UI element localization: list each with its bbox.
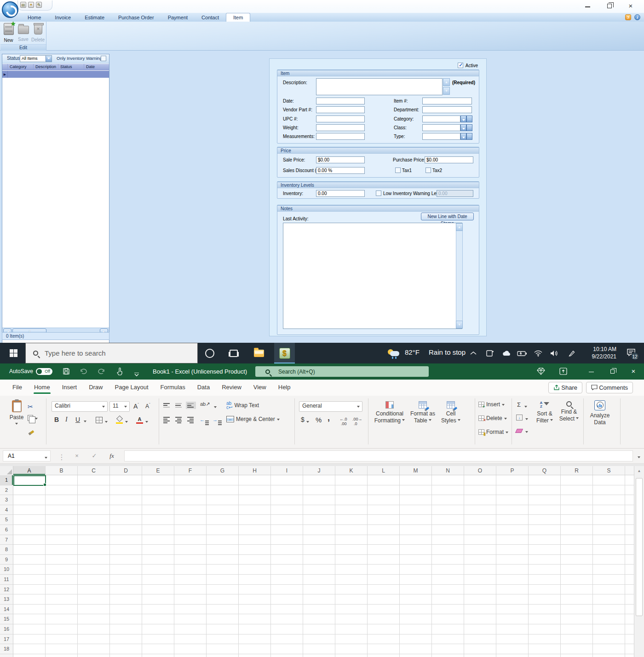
confirm-entry-icon[interactable]: ✓ bbox=[87, 450, 101, 461]
name-box-input[interactable] bbox=[3, 451, 35, 459]
inventoria-taskbar-button[interactable]: $ bbox=[274, 343, 295, 363]
weather-icon[interactable] bbox=[385, 343, 402, 363]
spin-up-icon[interactable]: ▲ bbox=[443, 78, 450, 86]
tax2-checkbox[interactable] bbox=[426, 167, 431, 173]
formula-bar-expand-icon[interactable] bbox=[638, 456, 640, 460]
format-as-table-button[interactable]: Format as Table bbox=[408, 401, 437, 424]
field-measurements[interactable] bbox=[316, 133, 365, 140]
comments-button[interactable]: Comments bbox=[586, 382, 633, 393]
fill-dropdown-icon[interactable] bbox=[525, 418, 528, 421]
info-icon[interactable]: i bbox=[634, 14, 640, 20]
premium-diamond-icon[interactable] bbox=[537, 368, 545, 377]
tablet-mode-icon[interactable] bbox=[482, 343, 498, 363]
help-icon[interactable]: ? bbox=[625, 14, 631, 20]
increase-indent-icon[interactable]: → bbox=[213, 417, 222, 425]
last-activity-textarea[interactable] bbox=[283, 223, 462, 329]
name-box-dropdown-icon[interactable] bbox=[45, 457, 47, 460]
select-all-corner[interactable] bbox=[0, 466, 13, 475]
column-header-p[interactable]: P bbox=[496, 466, 529, 475]
orientation-dropdown-icon[interactable] bbox=[214, 406, 217, 409]
decrease-indent-icon[interactable]: ← bbox=[200, 417, 209, 425]
field-weight[interactable] bbox=[316, 124, 365, 131]
number-format-combo[interactable]: General bbox=[299, 401, 362, 412]
sheet-scroll-thumb[interactable] bbox=[636, 478, 643, 616]
sort-filter-button[interactable]: AZ Sort & Filter bbox=[533, 401, 557, 424]
column-header-k[interactable]: K bbox=[335, 466, 368, 475]
save-button[interactable] bbox=[63, 368, 70, 377]
column-header-j[interactable]: J bbox=[303, 466, 335, 475]
percent-icon[interactable]: % bbox=[316, 416, 322, 424]
notes-scroll-up-icon[interactable]: ▲ bbox=[456, 223, 463, 231]
excel-minimize-button[interactable] bbox=[581, 363, 602, 380]
row-header-1[interactable]: 1 bbox=[0, 475, 13, 485]
dropdown-arrow-icon[interactable] bbox=[46, 56, 52, 62]
column-header-a[interactable]: A bbox=[13, 466, 46, 475]
new-item-button[interactable]: ★ New bbox=[1, 23, 16, 44]
excel-tab-view[interactable]: View bbox=[247, 380, 272, 395]
underline-icon[interactable]: U bbox=[75, 416, 80, 423]
column-header-q[interactable]: Q bbox=[529, 466, 561, 475]
row-header-6[interactable]: 6 bbox=[0, 525, 13, 535]
format-painter-icon[interactable] bbox=[29, 429, 34, 435]
fill-color-icon[interactable] bbox=[116, 416, 123, 424]
underline-dropdown-icon[interactable] bbox=[84, 421, 86, 424]
status-filter-dropdown[interactable]: All Items bbox=[20, 55, 52, 62]
clear-icon[interactable] bbox=[516, 428, 522, 434]
battery-icon[interactable] bbox=[514, 343, 530, 363]
field-upc[interactable] bbox=[316, 115, 365, 122]
row-header-13[interactable]: 13 bbox=[0, 594, 13, 605]
preview-icon[interactable]: 🔍︎ bbox=[36, 2, 42, 8]
comma-style-icon[interactable]: , bbox=[328, 413, 330, 423]
paste-button[interactable]: Paste bbox=[7, 400, 26, 428]
column-header-m[interactable]: M bbox=[400, 466, 432, 475]
inv-tab-purchase-order[interactable]: Purchase Order bbox=[111, 13, 161, 22]
name-box[interactable] bbox=[3, 450, 51, 461]
combo-dropdown-icon[interactable] bbox=[460, 133, 466, 140]
inv-minimize-button[interactable] bbox=[577, 1, 598, 12]
wrap-text-button[interactable]: abc↩ Wrap Text bbox=[226, 401, 259, 409]
grow-font-icon[interactable]: Aˆ bbox=[133, 402, 139, 410]
row-header-16[interactable]: 16 bbox=[0, 624, 13, 634]
file-explorer-button[interactable] bbox=[248, 343, 269, 363]
combo-class[interactable] bbox=[422, 124, 460, 131]
formula-bar-grip-icon[interactable]: ⋮ bbox=[58, 453, 66, 461]
column-header-g[interactable]: G bbox=[207, 466, 239, 475]
wifi-icon[interactable] bbox=[530, 343, 546, 363]
excel-tab-review[interactable]: Review bbox=[216, 380, 247, 395]
redo-button[interactable] bbox=[98, 368, 106, 377]
tray-chevron-icon[interactable] bbox=[466, 343, 481, 363]
notes-scroll-down-icon[interactable]: ▼ bbox=[456, 321, 463, 328]
clear-dropdown-icon[interactable] bbox=[525, 431, 528, 434]
column-description[interactable]: Description bbox=[34, 64, 58, 70]
column-status[interactable]: Status bbox=[58, 64, 84, 70]
column-header-d[interactable]: D bbox=[110, 466, 142, 475]
active-cell-selection[interactable] bbox=[13, 475, 46, 486]
bottom-align-icon[interactable] bbox=[187, 403, 195, 408]
find-select-button[interactable]: Find & Select bbox=[558, 401, 581, 422]
column-header-f[interactable]: F bbox=[174, 466, 207, 475]
column-header-e[interactable]: E bbox=[142, 466, 174, 475]
sales-discount-field[interactable] bbox=[316, 167, 365, 174]
row-header-15[interactable]: 15 bbox=[0, 614, 13, 624]
field-item[interactable] bbox=[422, 98, 472, 104]
notification-center-button[interactable]: 12 bbox=[621, 343, 641, 363]
tax1-checkbox[interactable] bbox=[395, 167, 401, 173]
row-header-9[interactable]: 9 bbox=[0, 555, 13, 565]
font-color-icon[interactable]: A bbox=[136, 416, 143, 424]
format-cells-button[interactable]: ▮ Format bbox=[478, 429, 508, 435]
font-name-combo[interactable]: Calibri bbox=[52, 401, 108, 412]
excel-restore-button[interactable] bbox=[602, 363, 623, 380]
weather-condition[interactable]: Rain to stop bbox=[429, 348, 466, 356]
scroll-up-icon[interactable]: ▲ bbox=[634, 466, 644, 476]
canc​el-entry-icon[interactable]: × bbox=[70, 450, 84, 461]
excel-tab-help[interactable]: Help bbox=[272, 380, 297, 395]
ribbon-display-options-icon[interactable] bbox=[559, 368, 567, 377]
excel-search-box[interactable]: Search (Alt+Q) bbox=[255, 366, 429, 377]
inventory-warning-checkbox[interactable] bbox=[101, 56, 106, 61]
column-header-r[interactable]: R bbox=[561, 466, 593, 475]
inv-tab-contact[interactable]: Contact bbox=[195, 13, 226, 22]
column-header-h[interactable]: H bbox=[239, 466, 271, 475]
inv-restore-button[interactable] bbox=[599, 1, 620, 12]
row-header-12[interactable]: 12 bbox=[0, 585, 13, 595]
row-header-17[interactable]: 17 bbox=[0, 634, 13, 645]
